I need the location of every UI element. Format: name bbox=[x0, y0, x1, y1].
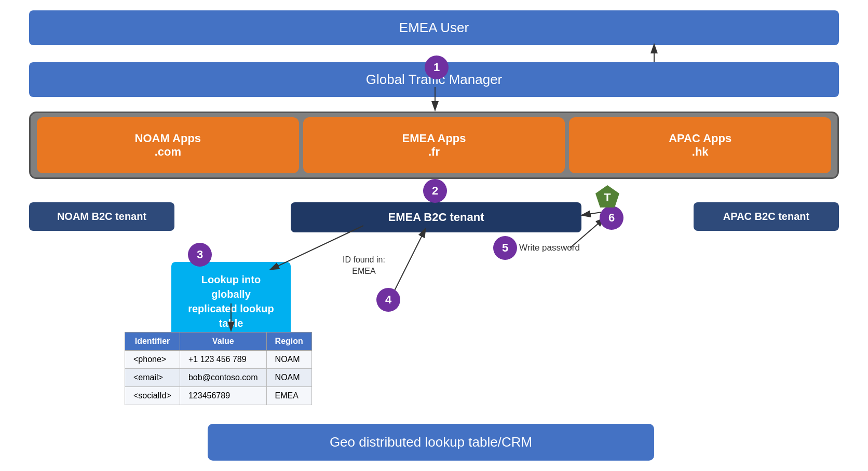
emea-apps-label: EMEA Apps.fr bbox=[402, 132, 466, 159]
col-region: Region bbox=[266, 333, 311, 351]
apac-b2c-tenant: APAC B2C tenant bbox=[694, 202, 839, 231]
table-cell: <socialId> bbox=[125, 387, 180, 405]
table-cell: bob@contoso.com bbox=[180, 369, 266, 387]
badge-5: 5 bbox=[493, 236, 517, 260]
col-identifier: Identifier bbox=[125, 333, 180, 351]
geo-bar-label: Geo distributed lookup table/CRM bbox=[330, 434, 532, 450]
svg-text:T: T bbox=[604, 191, 611, 204]
table-row: <email> bob@contoso.com NOAM bbox=[125, 369, 312, 387]
table-cell: NOAM bbox=[266, 351, 311, 369]
table-cell: EMEA bbox=[266, 387, 311, 405]
table-cell: <phone> bbox=[125, 351, 180, 369]
noam-b2c-label: NOAM B2C tenant bbox=[57, 211, 146, 222]
emea-user-bar: EMEA User bbox=[29, 10, 839, 45]
lookup-table: Identifier Value Region <phone> +1 123 4… bbox=[125, 332, 312, 405]
apac-b2c-label: APAC B2C tenant bbox=[723, 211, 809, 222]
table-cell: <email> bbox=[125, 369, 180, 387]
diagram-container: EMEA User Global Traffic Manager NOAM Ap… bbox=[0, 0, 868, 471]
write-password-label: Write password bbox=[519, 243, 580, 253]
noam-apps-box: NOAM Apps.com bbox=[37, 117, 299, 173]
table-cell: +1 123 456 789 bbox=[180, 351, 266, 369]
noam-b2c-tenant: NOAM B2C tenant bbox=[29, 202, 174, 231]
emea-b2c-label: EMEA B2C tenant bbox=[388, 211, 484, 224]
badge-2: 2 bbox=[423, 179, 447, 203]
apac-apps-box: APAC Apps.hk bbox=[569, 117, 831, 173]
id-found-label: ID found in:EMEA bbox=[343, 254, 385, 278]
table-cell: NOAM bbox=[266, 369, 311, 387]
geo-bar: Geo distributed lookup table/CRM bbox=[208, 424, 654, 461]
noam-apps-label: NOAM Apps.com bbox=[135, 132, 201, 159]
emea-apps-box: EMEA Apps.fr bbox=[303, 117, 565, 173]
emea-b2c-tenant: EMEA B2C tenant bbox=[291, 202, 581, 232]
apac-apps-label: APAC Apps.hk bbox=[669, 132, 731, 159]
lookup-box-label: Lookup into globallyreplicated lookup ta… bbox=[188, 274, 274, 329]
table-row: <phone> +1 123 456 789 NOAM bbox=[125, 351, 312, 369]
emea-user-label: EMEA User bbox=[399, 20, 469, 35]
apps-container: NOAM Apps.com EMEA Apps.fr APAC Apps.hk bbox=[29, 112, 839, 179]
pentagon-t-icon: T bbox=[594, 184, 620, 210]
lookup-box: Lookup into globallyreplicated lookup ta… bbox=[171, 262, 291, 341]
badge-4: 4 bbox=[376, 288, 400, 312]
table-row: <socialId> 123456789 EMEA bbox=[125, 387, 312, 405]
badge-1: 1 bbox=[425, 56, 449, 79]
table-cell: 123456789 bbox=[180, 387, 266, 405]
badge-3: 3 bbox=[188, 243, 212, 267]
col-value: Value bbox=[180, 333, 266, 351]
